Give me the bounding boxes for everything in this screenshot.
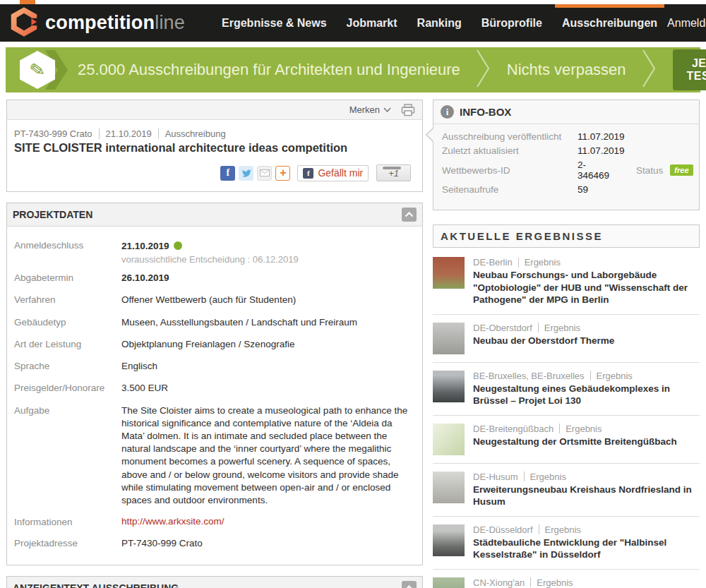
brand-name: competitionline [45,12,185,34]
project-date: 21.10.2019 [106,128,152,139]
row-abgabetermin: Abgabetermin 26.10.2019 [14,272,415,284]
results-list: DE-BerlinErgebnis Neubau Forschungs- und… [433,249,700,588]
result-item-berlin[interactable]: DE-BerlinErgebnis Neubau Forschungs- und… [433,249,700,315]
row-anmeldeschluss: Anmeldeschluss 21.10.2019 voraussichtlic… [14,239,415,265]
info-box-rows: Ausschreibung veröffentlicht 11.07.2019 … [433,124,699,195]
chevron-down-icon [383,107,391,112]
banner-headline: 25.000 Ausschreibungen für Architekten u… [78,61,460,79]
facebook-share-icon[interactable]: f [220,166,235,181]
collapse-section-button[interactable] [402,208,417,222]
google-plusone-button[interactable]: +1 [376,164,411,181]
anmeldeschluss-date: 21.10.2019 [121,241,169,251]
info-row-veroeffentlicht: Ausschreibung veröffentlicht 11.07.2019 [442,131,690,142]
result-item-duesseldorf[interactable]: DE-DüsseldorfErgebnis Städtebauliche Ent… [433,517,700,570]
collapse-section-button[interactable] [402,581,417,588]
result-thumbnail [433,323,465,354]
project-type: Ausschreibung [165,128,226,139]
result-item-breitenguessbach[interactable]: DE-BreitengüßbachErgebnis Neugestaltung … [433,416,700,464]
nav-ergebnisse-news[interactable]: Ergebnisse & News [212,4,337,42]
row-preisgelder: Preisgelder/Honorare 3.500 EUR [14,382,415,395]
result-thumbnail [433,524,465,556]
info-box-heading: INFO-BOX [460,106,511,118]
result-item-husum[interactable]: DE-HusumErgebnis Erweiterungsneubau Krei… [433,464,700,517]
result-item-oberstdorf[interactable]: DE-OberstdorfErgebnis Neubau der Oberstd… [433,315,700,363]
twitter-share-icon[interactable] [239,166,253,181]
breadcrumb: PT-7430-999 Crato 21.10.2019 Ausschreibu… [14,128,415,139]
header-right: Anmelden [667,13,706,33]
brand-hexagon-icon [10,6,38,40]
facebook-mini-icon: f [303,168,313,179]
left-column: Merken PT-7430-999 Crato [6,100,423,588]
status-badge: free [670,164,693,176]
entscheidung-note: voraussichtliche Entscheidung : 06.12.20… [121,254,299,265]
banner-chevron-separator-icon [476,49,491,91]
jetzt-testen-button[interactable]: JETZT TESTEN❯ [673,49,706,90]
print-icon[interactable] [401,104,415,116]
row-aufgabe: Aufgabe The Site Cloister aims to create… [14,404,415,508]
result-item-bruxelles[interactable]: BE-Bruxelles, BE-BruxellesErgebnis Neuge… [433,363,700,416]
login-link[interactable]: Anmelden [667,17,706,30]
anzeigentext-header: ANZEIGENTEXT AUSSCHREIBUNG [7,577,422,588]
more-share-icon[interactable]: + [275,166,290,181]
info-icon: i [441,105,454,119]
projektdaten-header: PROJEKTDATEN [7,203,422,227]
aufgabe-text: The Site Cloister aims to create a museo… [121,404,414,508]
informationen-link[interactable]: http://www.arkxsite.com/ [121,516,225,527]
result-thumbnail [433,424,465,455]
banner-pencil-hexagon-icon: ✎ [13,47,68,92]
row-verfahren: Verfahren Offener Wettbewerb (auch für S… [14,294,415,306]
title-card-body: PT-7430-999 Crato 21.10.2019 Ausschreibu… [7,120,422,191]
result-thumbnail [433,371,465,402]
info-box-header: i INFO-BOX [433,100,699,124]
anzeigentext-heading: ANZEIGENTEXT AUSSCHREIBUNG [13,582,179,588]
title-card: Merken PT-7430-999 Crato [6,100,423,192]
nav-ausschreibungen[interactable]: Ausschreibungen [552,4,667,42]
result-thumbnail [433,257,465,289]
deadline-status-dot [174,241,182,250]
banner-subline: Nichts verpassen [507,61,626,79]
promo-banner[interactable]: ✎ 25.000 Ausschreibungen für Architekten… [6,47,700,92]
project-id: PT-7430-999 Crato [14,128,92,139]
result-thumbnail [433,472,465,503]
row-gebaeudetyp: Gebäudetyp Museen, Ausstellungsbauten / … [14,316,415,329]
main-header: competitionline Ergebnisse & News Jobmar… [0,4,706,42]
info-box: i INFO-BOX Ausschreibung veröffentlicht … [433,100,700,210]
content: Merken PT-7430-999 Crato [0,100,706,588]
result-thumbnail [433,577,465,588]
info-row-wettbewerbs-id: Wettbewerbs-ID 2-346469 Status free [442,160,690,181]
banner-chevron-separator-icon [642,49,657,91]
email-share-icon[interactable] [257,166,272,181]
page-title: SITE CLOISTER international architecture… [14,141,415,155]
result-item-xiongan[interactable]: CN-Xiong'anErgebnis Xiong'an New Area – … [433,570,700,588]
row-projektadresse: Projektadresse PT-7430-999 Crato [14,537,415,550]
row-art-der-leistung: Art der Leistung Objektplanung Freianlag… [14,338,415,351]
projektdaten-card: PROJEKTDATEN Anmeldeschluss 21.10.2019 v… [6,203,423,565]
title-card-toolbar: Merken [7,100,422,120]
facebook-like-button[interactable]: f Gefällt mir [297,165,369,181]
results-heading: AKTUELLE ERGEBNISSE [433,224,700,248]
right-column: i INFO-BOX Ausschreibung veröffentlicht … [433,100,700,588]
projektdaten-heading: PROJEKTDATEN [13,209,92,220]
info-row-aktualisiert: Zuletzt aktualisiert 11.07.2019 [442,145,690,156]
nav-jobmarkt[interactable]: Jobmarkt [337,4,407,42]
main-nav: Ergebnisse & News Jobmarkt Ranking Bürop… [212,4,667,42]
social-buttons: f + f Gefällt mir +1 [14,164,415,181]
page: competitionline Ergebnisse & News Jobmar… [0,0,706,588]
nav-bueroprofile[interactable]: Büroprofile [472,4,552,42]
anzeigentext-card: ANZEIGENTEXT AUSSCHREIBUNG Liegt nicht v… [6,576,423,588]
row-informationen: Informationen http://www.arkxsite.com/ [14,516,415,527]
merken-dropdown[interactable]: Merken [349,104,391,115]
info-row-seitenaufrufe: Seitenaufrufe 59 [442,184,690,195]
row-sprache: Sprache Englisch [14,360,415,373]
projektdaten-body: Anmeldeschluss 21.10.2019 voraussichtlic… [7,227,422,565]
nav-ranking[interactable]: Ranking [407,4,472,42]
brand-logo[interactable]: competitionline [10,6,185,40]
status-label: Status [636,165,663,176]
